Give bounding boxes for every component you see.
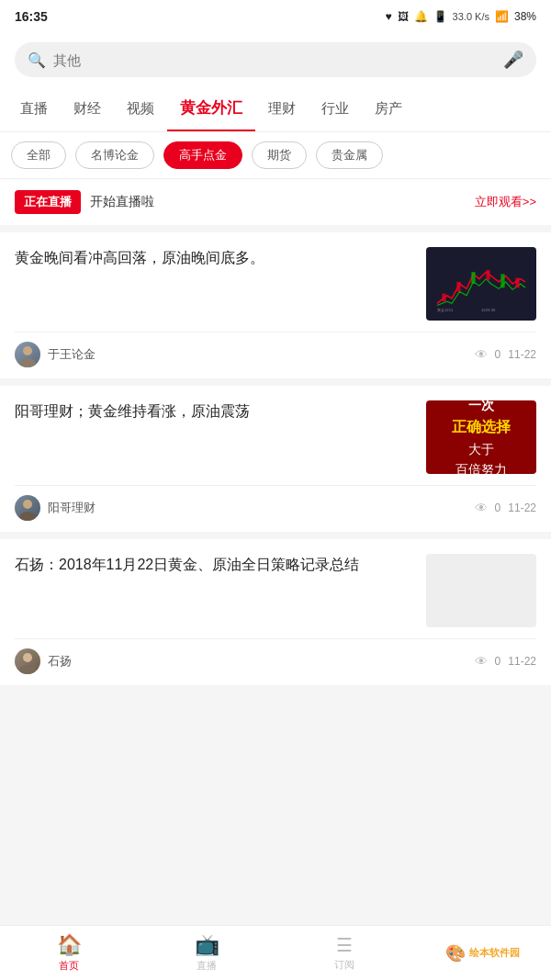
views-count-3: 0 — [495, 655, 501, 668]
author-1: 于王论金 — [48, 346, 467, 363]
avatar-3 — [15, 648, 40, 674]
avatar-img-3 — [15, 648, 40, 674]
bell-icon: 🔔 — [414, 10, 428, 23]
svg-point-14 — [19, 665, 36, 674]
tab-wealth[interactable]: 理财 — [255, 89, 309, 129]
article-title-2: 阳哥理财；黄金维持看涨，原油震荡 — [15, 400, 415, 422]
article-title-3: 石扬：2018年11月22日黄金、原油全日策略记录总结 — [15, 554, 415, 576]
pill-all[interactable]: 全部 — [11, 141, 66, 169]
bottom-tabs: 🏠 首页 📺 直播 ☰ 订阅 🎨 绘本软件园 — [0, 925, 551, 980]
views-count-2: 0 — [495, 501, 501, 514]
views-count-1: 0 — [495, 348, 501, 361]
signal-icon: 📶 — [495, 10, 509, 23]
logo-text: 绘本软件园 — [469, 946, 520, 960]
article-meta-1: 于王论金 👁 0 11-22 — [15, 332, 536, 378]
search-input[interactable] — [53, 52, 496, 68]
pill-futures[interactable]: 期货 — [252, 141, 307, 169]
tab-gold[interactable]: 黄金外汇 — [167, 86, 255, 131]
subscribe-icon: ☰ — [336, 934, 353, 956]
content-area: 正在直播 开始直播啦 立即观看>> 黄金晚间看冲高回落，原油晚间底多。 — [0, 179, 551, 748]
tab-live-label: 直播 — [197, 959, 217, 973]
article-title-1: 黄金晚间看冲高回落，原油晚间底多。 — [15, 247, 415, 269]
svg-point-10 — [19, 358, 36, 367]
live-watch-link[interactable]: 立即观看>> — [475, 194, 536, 210]
svg-rect-6 — [515, 278, 519, 288]
svg-point-13 — [23, 653, 32, 662]
avatar-1 — [15, 342, 40, 367]
status-bar: 16:35 ♥ 🖼 🔔 📱 33.0 K/s 📶 38% — [0, 0, 551, 33]
banner-line1: 一次 — [468, 400, 494, 415]
article-content-1: 黄金晚间看冲高回落，原油晚间底多。 — [15, 247, 536, 321]
logo-container: 🎨 绘本软件园 — [445, 943, 520, 963]
chart-thumb-1: 黄金1211 1223.00 — [426, 247, 536, 321]
banner-line4: 百倍努力 — [455, 459, 507, 474]
svg-rect-3 — [471, 272, 475, 284]
svg-point-9 — [23, 346, 32, 355]
author-2: 阳哥理财 — [48, 500, 467, 516]
banner-line2: 正确选择 — [452, 415, 511, 439]
pill-precious[interactable]: 贵金属 — [316, 141, 383, 169]
mic-icon[interactable]: 🎤 — [503, 50, 523, 70]
article-content-3: 石扬：2018年11月22日黄金、原油全日策略记录总结 — [15, 554, 536, 627]
logo-icon: 🎨 — [445, 943, 466, 963]
date-2: 11-22 — [508, 501, 536, 514]
tab-logo[interactable]: 🎨 绘本软件园 — [413, 926, 551, 980]
search-bar: 🔍 🎤 — [0, 33, 551, 86]
tab-subscribe-label: 订阅 — [334, 958, 354, 972]
article-text-1: 黄金晚间看冲高回落，原油晚间底多。 — [15, 247, 415, 321]
live-tv-icon: 📺 — [195, 933, 219, 957]
tab-subscribe[interactable]: ☰ 订阅 — [276, 926, 413, 980]
banner-line3: 大于 — [468, 439, 494, 459]
article-content-2: 阳哥理财；黄金维持看涨，原油震荡 一次 正确选择 大于 百倍努力 — [15, 400, 536, 474]
svg-text:黄金1211: 黄金1211 — [437, 308, 454, 312]
svg-point-12 — [19, 512, 36, 521]
battery-label: 38% — [514, 10, 536, 23]
svg-rect-2 — [456, 282, 460, 292]
pill-master[interactable]: 高手点金 — [163, 141, 242, 169]
category-tabs: 直播 财经 视频 黄金外汇 理财 行业 房产 — [0, 86, 551, 132]
filter-pills: 全部 名博论金 高手点金 期货 贵金属 — [0, 132, 551, 179]
author-3: 石扬 — [48, 653, 467, 670]
avatar-2 — [15, 495, 40, 521]
article-text-2: 阳哥理财；黄金维持看涨，原油震荡 — [15, 400, 415, 474]
status-icons: ♥ 🖼 🔔 📱 33.0 K/s 📶 38% — [385, 10, 536, 23]
tab-live[interactable]: 直播 — [7, 89, 61, 129]
home-icon: 🏠 — [57, 933, 82, 957]
article-text-3: 石扬：2018年11月22日黄金、原油全日策略记录总结 — [15, 554, 415, 627]
empty-thumb-3 — [426, 554, 536, 627]
article-thumb-3 — [426, 554, 536, 627]
article-card-1[interactable]: 黄金晚间看冲高回落，原油晚间底多。 — [0, 232, 551, 386]
chart-svg-1: 黄金1211 1223.00 — [432, 254, 531, 313]
tab-home-label: 首页 — [59, 959, 79, 973]
network-speed: 33.0 K/s — [453, 11, 489, 22]
tab-realestate[interactable]: 房产 — [362, 89, 415, 129]
search-field-container[interactable]: 🔍 🎤 — [15, 42, 536, 77]
tab-industry[interactable]: 行业 — [309, 89, 362, 129]
search-icon: 🔍 — [28, 51, 46, 69]
svg-rect-1 — [442, 294, 445, 302]
date-3: 11-22 — [508, 655, 536, 668]
tab-live-bottom[interactable]: 📺 直播 — [138, 926, 276, 980]
image-icon: 🖼 — [398, 10, 409, 23]
heart-icon: ♥ — [385, 10, 391, 23]
svg-rect-4 — [486, 270, 489, 280]
tab-video[interactable]: 视频 — [114, 89, 167, 129]
live-badge: 正在直播 — [15, 190, 81, 214]
status-time: 16:35 — [15, 9, 48, 24]
tab-finance[interactable]: 财经 — [61, 89, 114, 129]
views-icon-2: 👁 — [475, 501, 488, 515]
article-card-3[interactable]: 石扬：2018年11月22日黄金、原油全日策略记录总结 石扬 👁 0 11-22 — [0, 539, 551, 693]
date-1: 11-22 — [508, 348, 536, 361]
svg-point-11 — [23, 500, 32, 509]
svg-text:1223.00: 1223.00 — [481, 308, 496, 312]
phone-icon: 📱 — [433, 10, 447, 23]
live-banner: 正在直播 开始直播啦 立即观看>> — [0, 179, 551, 232]
pill-expert[interactable]: 名博论金 — [75, 141, 154, 169]
svg-rect-5 — [500, 274, 504, 287]
article-meta-3: 石扬 👁 0 11-22 — [15, 638, 536, 685]
live-text: 开始直播啦 — [90, 194, 466, 210]
tab-home[interactable]: 🏠 首页 — [0, 926, 138, 980]
article-thumb-2: 一次 正确选择 大于 百倍努力 — [426, 400, 536, 474]
article-card-2[interactable]: 阳哥理财；黄金维持看涨，原油震荡 一次 正确选择 大于 百倍努力 阳哥理财 👁 — [0, 386, 551, 539]
banner-thumb-2: 一次 正确选择 大于 百倍努力 — [426, 400, 536, 474]
